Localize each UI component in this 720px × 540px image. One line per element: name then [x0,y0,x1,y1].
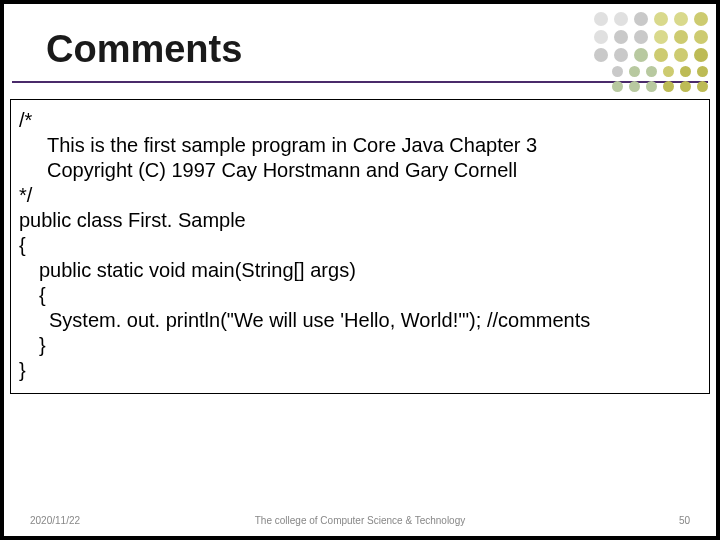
decorative-dots [558,12,708,122]
footer-page: 50 [679,515,690,526]
code-block: /* This is the first sample program in C… [10,99,710,394]
code-line: } [19,359,26,381]
code-line: This is the first sample program in Core… [19,133,701,158]
footer-center: The college of Computer Science & Techno… [255,515,466,526]
code-line: Copyright (C) 1997 Cay Horstmann and Gar… [19,158,701,183]
code-line: } [19,333,701,358]
code-line: /* [19,109,32,131]
footer: 2020/11/22 The college of Computer Scien… [4,515,716,526]
code-line: { [19,283,701,308]
code-line: System. out. println("We will use 'Hello… [19,308,701,333]
code-line: public class First. Sample [19,209,246,231]
footer-date: 2020/11/22 [30,515,80,526]
code-line: */ [19,184,32,206]
code-line: { [19,234,26,256]
slide: Comments /* This is the first sample pro… [4,4,716,536]
code-line: public static void main(String[] args) [19,258,701,283]
